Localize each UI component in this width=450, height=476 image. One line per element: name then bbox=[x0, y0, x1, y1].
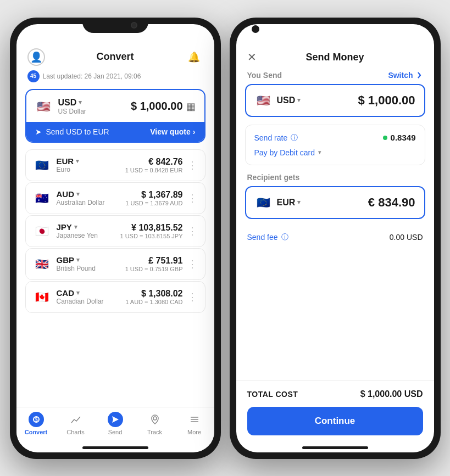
convert-nav-icon: $ bbox=[29, 412, 44, 427]
nav-more[interactable]: More bbox=[175, 412, 214, 435]
calc-icon[interactable]: ▦ bbox=[186, 100, 196, 113]
continue-button[interactable]: Continue bbox=[247, 407, 423, 435]
send-currency-selector[interactable]: 🇺🇸 USD ▾ bbox=[255, 92, 301, 109]
charts-nav-icon bbox=[68, 412, 84, 427]
left-phone: 👤 Convert 🔔 45 Last updated: 26 Jan 2021… bbox=[10, 18, 221, 459]
recipient-currency-selector[interactable]: 🇪🇺 EUR ▾ bbox=[255, 194, 301, 211]
nav-convert[interactable]: $ Convert bbox=[16, 412, 56, 435]
svg-text:$: $ bbox=[35, 417, 38, 423]
send-rate-value: 0.8349 bbox=[383, 133, 416, 142]
featured-top: 🇺🇸 USD ▾ US Dollar $ 1,000.00 bbox=[35, 98, 196, 115]
gbp-dots[interactable]: ⋮ bbox=[187, 258, 197, 270]
home-indicator-right bbox=[302, 446, 368, 449]
gbp-info: GBP ▾ British Pound bbox=[57, 255, 96, 272]
update-badge: 45 bbox=[27, 70, 40, 82]
bell-icon[interactable]: 🔔 bbox=[185, 48, 203, 66]
nav-charts[interactable]: Charts bbox=[56, 412, 96, 435]
send-currency-code: USD ▾ bbox=[277, 96, 301, 105]
avatar-icon[interactable]: 👤 bbox=[27, 48, 45, 66]
close-button[interactable]: ✕ bbox=[247, 51, 257, 64]
payment-chevron: ▾ bbox=[318, 149, 321, 156]
switch-label: Switch bbox=[388, 71, 413, 80]
jpy-flag: 🇯🇵 bbox=[34, 222, 51, 240]
aud-amount: $ 1,367.89 bbox=[125, 190, 182, 200]
scene: 👤 Convert 🔔 45 Last updated: 26 Jan 2021… bbox=[0, 7, 450, 470]
home-indicator-left bbox=[82, 446, 148, 449]
convert-nav-label: Convert bbox=[25, 429, 48, 435]
send-amount-card[interactable]: 🇺🇸 USD ▾ $ 1,000.00 bbox=[245, 84, 425, 117]
jpy-left: 🇯🇵 JPY ▾ Japanese Yen bbox=[34, 222, 98, 240]
recipient-gets-label: Recipient gets bbox=[236, 173, 434, 186]
left-notch bbox=[82, 18, 148, 33]
eur-amount-block: € 842.76 1 USD = 0.8428 EUR bbox=[125, 157, 183, 173]
last-updated: 45 Last updated: 26 Jan 2021, 09:06 bbox=[16, 68, 214, 89]
left-title: Convert bbox=[96, 51, 134, 63]
cad-amount-block: $ 1,308.02 1 AUD = 1.3080 CAD bbox=[125, 289, 182, 305]
jpy-amount-block: ¥ 103,815.52 1 USD = 103.8155 JPY bbox=[120, 223, 182, 239]
currency-row-gbp[interactable]: 🇬🇧 GBP ▾ British Pound £ 751.91 1 USD = … bbox=[25, 248, 205, 280]
nav-track[interactable]: Track bbox=[135, 412, 175, 435]
gbp-right: £ 751.91 1 USD = 0.7519 GBP ⋮ bbox=[125, 256, 197, 272]
arrow-right-icon: › bbox=[193, 127, 196, 136]
currency-row-jpy[interactable]: 🇯🇵 JPY ▾ Japanese Yen ¥ 103,815.52 1 USD… bbox=[25, 215, 205, 247]
cad-info: CAD ▾ Canadian Dollar bbox=[57, 288, 104, 305]
payment-method-label: Pay by Debit card bbox=[254, 148, 315, 157]
currency-list: 🇪🇺 EUR ▾ Euro € 842.76 1 USD = 0.8428 EU… bbox=[16, 149, 214, 407]
eur-right: € 842.76 1 USD = 0.8428 EUR ⋮ bbox=[125, 157, 197, 173]
recipient-amount-card[interactable]: 🇪🇺 EUR ▾ € 834.90 bbox=[245, 186, 425, 219]
eur-dots[interactable]: ⋮ bbox=[187, 159, 197, 171]
fee-row: Send fee ⓘ 0.00 USD bbox=[236, 227, 434, 248]
send-rate-label: Send rate ⓘ bbox=[254, 133, 298, 143]
eur-info: EUR ▾ Euro bbox=[57, 156, 80, 173]
jpy-info: JPY ▾ Japanese Yen bbox=[57, 222, 98, 239]
fee-info-icon[interactable]: ⓘ bbox=[281, 232, 288, 242]
rate-row: Send rate ⓘ 0.8349 bbox=[254, 133, 416, 143]
bottom-nav: $ Convert Charts bbox=[16, 407, 214, 444]
jpy-code: JPY ▾ bbox=[57, 222, 98, 232]
cad-amount: $ 1,308.02 bbox=[125, 289, 182, 299]
switch-button[interactable]: Switch bbox=[388, 71, 423, 80]
total-row: TOTAL COST $ 1,000.00 USD bbox=[247, 389, 423, 399]
currency-row-eur[interactable]: 🇪🇺 EUR ▾ Euro € 842.76 1 USD = 0.8428 EU… bbox=[25, 149, 205, 181]
eur-flag: 🇪🇺 bbox=[34, 156, 51, 174]
aud-dots[interactable]: ⋮ bbox=[187, 192, 197, 204]
you-send-label-row: You Send Switch bbox=[236, 71, 434, 84]
send-bar-text: Send USD to EUR bbox=[46, 127, 109, 136]
view-quote[interactable]: View quote › bbox=[150, 127, 195, 136]
featured-currency-code: USD ▾ bbox=[58, 98, 86, 108]
featured-currency-left: 🇺🇸 USD ▾ US Dollar bbox=[35, 98, 86, 115]
send-bar[interactable]: ➤ Send USD to EUR View quote › bbox=[26, 122, 204, 142]
svg-marker-2 bbox=[112, 416, 119, 423]
gbp-name: British Pound bbox=[57, 265, 96, 272]
cad-left: 🇨🇦 CAD ▾ Canadian Dollar bbox=[34, 288, 104, 306]
currency-row-aud[interactable]: 🇦🇺 AUD ▾ Australian Dollar $ 1,367.89 1 … bbox=[25, 182, 205, 214]
eur-left: 🇪🇺 EUR ▾ Euro bbox=[34, 156, 80, 174]
aud-name: Australian Dollar bbox=[57, 199, 105, 206]
featured-card: 🇺🇸 USD ▾ US Dollar $ 1,000.00 bbox=[25, 89, 205, 143]
send-nav-label: Send bbox=[108, 429, 123, 435]
track-nav-icon bbox=[147, 412, 163, 427]
rate-info-icon[interactable]: ⓘ bbox=[291, 133, 298, 143]
eur-amount: € 842.76 bbox=[125, 157, 183, 167]
charts-nav-label: Charts bbox=[66, 429, 84, 435]
cad-right: $ 1,308.02 1 AUD = 1.3080 CAD ⋮ bbox=[125, 289, 197, 305]
track-nav-label: Track bbox=[147, 429, 162, 435]
left-screen: 👤 Convert 🔔 45 Last updated: 26 Jan 2021… bbox=[16, 24, 214, 452]
send-icon: ➤ bbox=[35, 127, 42, 136]
jpy-dots[interactable]: ⋮ bbox=[187, 225, 197, 237]
nav-send[interactable]: Send bbox=[96, 412, 135, 435]
cad-dots[interactable]: ⋮ bbox=[187, 291, 197, 303]
eur-rate: 1 USD = 0.8428 EUR bbox=[125, 167, 183, 173]
notch-camera bbox=[131, 22, 137, 29]
jpy-rate: 1 USD = 103.8155 JPY bbox=[120, 233, 182, 239]
currency-row-cad[interactable]: 🇨🇦 CAD ▾ Canadian Dollar $ 1,308.02 1 AU… bbox=[25, 281, 205, 313]
right-screen: ✕ Send Money You Send Switch bbox=[236, 24, 434, 452]
eur-name: Euro bbox=[57, 166, 80, 173]
right-title: Send Money bbox=[305, 52, 364, 63]
cad-name: Canadian Dollar bbox=[57, 298, 104, 305]
right-phone: ✕ Send Money You Send Switch bbox=[230, 18, 441, 459]
aud-rate: 1 USD = 1.3679 AUD bbox=[125, 200, 182, 206]
payment-method-row[interactable]: Pay by Debit card ▾ bbox=[254, 148, 416, 157]
send-flag: 🇺🇸 bbox=[255, 92, 273, 109]
svg-point-3 bbox=[153, 417, 157, 420]
